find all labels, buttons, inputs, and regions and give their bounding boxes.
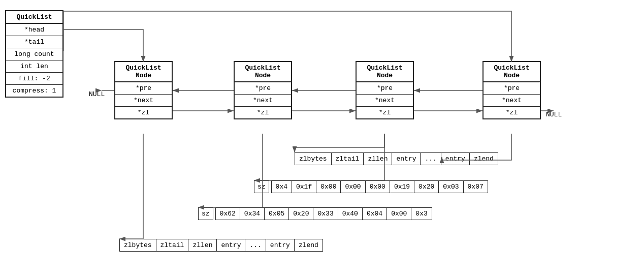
sz2-c7: 0x00 — [387, 207, 411, 220]
quicklist-struct: QuickList *head *tail long count int len… — [5, 10, 63, 98]
zl1-entry2: entry — [266, 239, 295, 252]
quicklist-title: QuickList — [6, 11, 62, 24]
zl3-dots: ... — [420, 152, 441, 165]
zl1-dots: ... — [245, 239, 266, 252]
zl1-zlbytes: zlbytes — [119, 239, 156, 252]
sz2-c6: 0x04 — [362, 207, 387, 220]
sz1-c8: 0x07 — [463, 180, 488, 193]
sz2-c5: 0x40 — [338, 207, 363, 220]
node-2: QuickListNode *pre *next *zl — [234, 61, 292, 119]
sz1-c6: 0x20 — [414, 180, 439, 193]
node-4-pre: *pre — [484, 82, 540, 95]
sz1-c4: 0x00 — [365, 180, 390, 193]
sz2-c1: 0x34 — [240, 207, 265, 220]
zl3-zlend: zlend — [469, 152, 498, 165]
sz2-c8: 0x3 — [411, 207, 432, 220]
quicklist-field-0: *head — [6, 24, 62, 36]
node-1-pre: *pre — [115, 82, 172, 95]
node-3-pre: *pre — [357, 82, 413, 95]
null-left-label: NULL — [89, 90, 105, 98]
quicklist-field-1: *tail — [6, 36, 62, 48]
sz2-c2: 0x05 — [264, 207, 289, 220]
node-1-title: QuickListNode — [115, 62, 172, 82]
zl1-entry1: entry — [216, 239, 245, 252]
null-right-label: NULL — [546, 111, 562, 118]
sz1-c7: 0x03 — [438, 180, 463, 193]
node-2-next: *next — [235, 95, 291, 107]
node-4: QuickListNode *pre *next *zl — [482, 61, 541, 119]
sz1-c5: 0x19 — [390, 180, 414, 193]
zl3-zlbytes: zlbytes — [295, 152, 332, 165]
arrows-overlay — [0, 0, 644, 277]
node-4-next: *next — [484, 95, 540, 107]
sz1-c3: 0x00 — [340, 180, 365, 193]
sz2-c3: 0x20 — [288, 207, 313, 220]
quicklist-field-5: compress: 1 — [6, 85, 62, 97]
sz1-c2: 0x00 — [316, 180, 341, 193]
sz1-c1: 0x1f — [292, 180, 316, 193]
sz1-label: sz — [254, 180, 269, 193]
node-3: QuickListNode *pre *next *zl — [356, 61, 414, 119]
node-2-pre: *pre — [235, 82, 291, 95]
node-4-title: QuickListNode — [484, 62, 540, 82]
node-2-zl: *zl — [235, 107, 291, 118]
sz2-label: sz — [198, 207, 213, 220]
diagram: QuickList *head *tail long count int len… — [0, 0, 644, 277]
zl3-zltail: zltail — [331, 152, 364, 165]
node-2-title: QuickListNode — [235, 62, 291, 82]
sz2-c0: 0x62 — [215, 207, 240, 220]
zl3-zllen: zllen — [363, 152, 392, 165]
node-1-zl: *zl — [115, 107, 172, 118]
node-1: QuickListNode *pre *next *zl — [114, 61, 173, 119]
node-1-next: *next — [115, 95, 172, 107]
quicklist-field-4: fill: -2 — [6, 73, 62, 85]
zl1-zlend: zlend — [294, 239, 323, 252]
node-3-zl: *zl — [357, 107, 413, 118]
node-3-title: QuickListNode — [357, 62, 413, 82]
quicklist-field-2: long count — [6, 48, 62, 60]
zl1-zllen: zllen — [188, 239, 217, 252]
node-3-next: *next — [357, 95, 413, 107]
ziplist-3: zlbytes zltail zllen entry ... entry zle… — [295, 152, 498, 165]
zl3-entry2: entry — [441, 152, 470, 165]
ziplist-1: zlbytes zltail zllen entry ... entry zle… — [119, 239, 323, 252]
quicklist-field-3: int len — [6, 60, 62, 73]
sz-row-1: sz 0x4 0x1f 0x00 0x00 0x00 0x19 0x20 0x0… — [254, 180, 488, 193]
sz2-c4: 0x33 — [313, 207, 338, 220]
node-4-zl: *zl — [484, 107, 540, 118]
sz1-c0: 0x4 — [271, 180, 292, 193]
zl1-zltail: zltail — [156, 239, 189, 252]
sz-row-2: sz 0x62 0x34 0x05 0x20 0x33 0x40 0x04 0x… — [198, 207, 432, 220]
zl3-entry1: entry — [392, 152, 421, 165]
